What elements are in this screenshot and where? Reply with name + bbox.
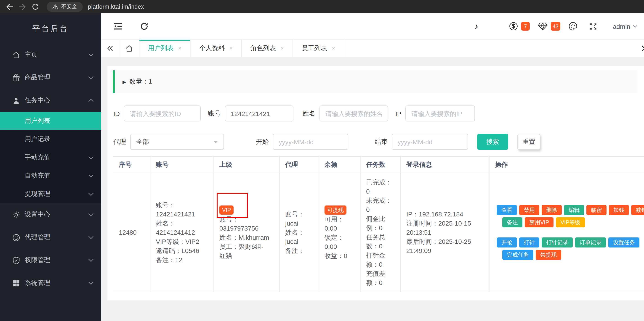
- security-badge[interactable]: 不安全: [46, 1, 82, 12]
- tasks-cell: 已完成：0未完成：0佣金比例：0任务总数：0打针金额：0充值差额：0: [360, 173, 400, 292]
- ip-input[interactable]: [406, 105, 475, 121]
- sidebar-item-system[interactable]: 系统管理: [0, 272, 101, 295]
- action-button[interactable]: 查看: [497, 205, 517, 215]
- tab-home[interactable]: [119, 40, 140, 57]
- name-label: 姓名: [302, 109, 315, 118]
- address-url[interactable]: platform.ktai.im/index: [88, 3, 144, 10]
- main-area: ♪ 7 43: [101, 13, 644, 321]
- gem-icon[interactable]: [538, 22, 548, 30]
- content-area: ▶ 数量：1 ID 账号 姓名: [101, 57, 644, 321]
- end-date-input[interactable]: [392, 134, 468, 150]
- tasks-line: 佣金比: [366, 214, 395, 223]
- close-icon[interactable]: ×: [178, 45, 182, 52]
- chevron-up-icon: [88, 99, 94, 102]
- home-icon: [12, 51, 20, 59]
- col-actions: 操作: [489, 156, 644, 173]
- sidebar-item-tasks[interactable]: 任务中心: [0, 89, 101, 112]
- close-icon[interactable]: ×: [229, 45, 233, 52]
- parent-line: 账号：: [220, 214, 274, 224]
- expand-triangle-icon[interactable]: ▶: [122, 79, 126, 84]
- tasks-line: 0: [366, 187, 395, 196]
- tabs-scroll-right-icon[interactable]: [640, 40, 644, 57]
- browser-reload-button[interactable]: [30, 1, 40, 12]
- close-icon[interactable]: ×: [280, 45, 284, 52]
- admin-menu[interactable]: admin: [613, 22, 638, 30]
- reset-button[interactable]: 重置: [518, 134, 540, 150]
- sidebar-item-agents[interactable]: 代理管理: [0, 226, 101, 249]
- browser-back-button[interactable]: [4, 1, 15, 12]
- action-button[interactable]: 完成任务: [502, 250, 534, 260]
- sidebar-item-permissions[interactable]: 权限管理: [0, 249, 101, 272]
- sidebar-item-manual-recharge[interactable]: 手动充值: [0, 148, 101, 167]
- tabs-scroll-left-icon[interactable]: [101, 40, 119, 57]
- action-button[interactable]: 禁用VIP: [525, 217, 554, 227]
- action-button[interactable]: 设置任务: [608, 237, 640, 248]
- tab-profile[interactable]: 个人资料 ×: [190, 40, 242, 57]
- tab-role-list[interactable]: 角色列表 ×: [242, 40, 293, 57]
- login-line: 注册时间：2025-10-15: [406, 219, 484, 228]
- action-button[interactable]: 打针记录: [542, 237, 573, 248]
- action-button[interactable]: 删除: [542, 205, 562, 215]
- browser-forward-button[interactable]: [17, 1, 28, 12]
- action-button[interactable]: 打针: [519, 237, 539, 248]
- action-button[interactable]: 订单记录: [575, 237, 606, 248]
- collapse-sidebar-icon[interactable]: [114, 23, 122, 30]
- action-button[interactable]: 加钱: [609, 205, 629, 215]
- warning-icon: [52, 4, 58, 9]
- fullscreen-icon[interactable]: [589, 22, 598, 30]
- browser-bar: 不安全 platform.ktai.im/index: [0, 0, 644, 13]
- sidebar-item-user-record[interactable]: 用户记录: [0, 130, 101, 148]
- action-button[interactable]: 编辑: [564, 205, 584, 215]
- tab-staff-list[interactable]: 员工列表 ×: [293, 40, 344, 57]
- chevron-down-icon: [632, 25, 638, 28]
- start-date-input[interactable]: [273, 134, 348, 150]
- search-button[interactable]: 搜索: [477, 134, 508, 150]
- action-button[interactable]: 备注: [502, 217, 522, 227]
- id-input[interactable]: [124, 105, 201, 121]
- tasks-line: 已完成：: [366, 178, 395, 187]
- tasks-line: 任务总: [366, 232, 395, 242]
- smiley-icon: [12, 233, 20, 242]
- gem-count-badge: 43: [551, 22, 560, 30]
- chevron-down-icon: [88, 236, 94, 239]
- balance-line: 收益：0: [324, 251, 355, 260]
- account-line: 42141241412: [156, 228, 208, 237]
- sidebar-item-auto-recharge[interactable]: 自动充值: [0, 167, 101, 185]
- sidebar-item-home[interactable]: 主页: [0, 43, 101, 66]
- tasks-line: 打针金: [366, 251, 395, 260]
- music-note-icon[interactable]: ♪: [474, 22, 478, 30]
- agent-select[interactable]: 全部: [130, 134, 224, 150]
- serial-cell: 12480: [113, 173, 150, 292]
- col-balance: 余额: [319, 156, 360, 173]
- balance-line: 0.00: [324, 242, 355, 251]
- action-button[interactable]: 减钱: [631, 205, 644, 215]
- action-button[interactable]: 禁提现: [536, 250, 561, 260]
- action-button[interactable]: 禁用: [519, 205, 539, 215]
- sidebar-item-settings[interactable]: 设置中心: [0, 203, 101, 226]
- login-line: 21:49:09: [406, 246, 484, 255]
- account-input[interactable]: [225, 105, 294, 121]
- close-icon[interactable]: ×: [332, 45, 335, 52]
- account-line: VIP等级：VIP2: [156, 237, 208, 246]
- action-button[interactable]: VIP等级: [556, 217, 585, 227]
- ip-label: IP: [395, 110, 401, 117]
- agent-line: jucai: [285, 219, 313, 228]
- action-button[interactable]: 开抢: [497, 237, 517, 248]
- sidebar-item-goods[interactable]: 商品管理: [0, 66, 101, 89]
- sidebar-item-withdraw[interactable]: 提现管理: [0, 185, 101, 203]
- name-input[interactable]: [320, 105, 388, 121]
- tasks-line: 充值差: [366, 269, 395, 278]
- action-button[interactable]: 临密: [586, 205, 606, 215]
- account-line: 邀请码：L0546: [156, 246, 208, 255]
- sidebar-item-user-list[interactable]: 用户列表: [0, 112, 101, 130]
- coin-icon[interactable]: [509, 22, 518, 30]
- refresh-icon[interactable]: [140, 22, 148, 30]
- tab-user-list[interactable]: 用户列表 ×: [140, 40, 190, 57]
- account-line: 姓名：: [156, 219, 208, 228]
- palette-icon[interactable]: [568, 22, 577, 30]
- chevron-down-icon: [88, 281, 94, 285]
- account-line: 12421421421: [156, 210, 208, 219]
- col-serial: 序号: [113, 156, 150, 173]
- topbar: ♪ 7 43: [101, 13, 644, 39]
- tasks-line: 例：0: [366, 223, 395, 232]
